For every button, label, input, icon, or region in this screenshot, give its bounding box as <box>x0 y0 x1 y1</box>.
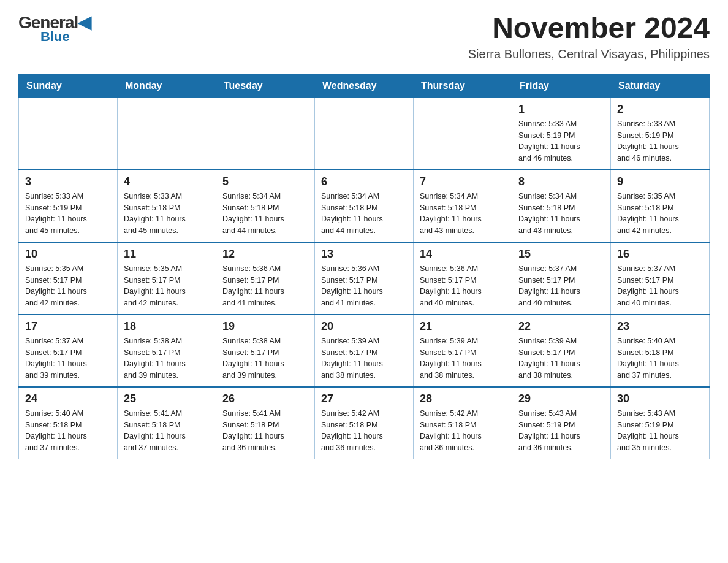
calendar-cell: 6Sunrise: 5:34 AMSunset: 5:18 PMDaylight… <box>315 170 414 242</box>
day-number: 14 <box>420 248 506 261</box>
calendar-cell: 12Sunrise: 5:36 AMSunset: 5:17 PMDayligh… <box>216 242 315 315</box>
day-number: 9 <box>617 175 703 188</box>
sun-info: Sunrise: 5:33 AMSunset: 5:19 PMDaylight:… <box>518 118 604 164</box>
calendar-cell: 4Sunrise: 5:33 AMSunset: 5:18 PMDaylight… <box>118 170 216 242</box>
location-subtitle: Sierra Bullones, Central Visayas, Philip… <box>468 47 710 61</box>
day-number: 28 <box>420 393 506 405</box>
calendar-cell: 11Sunrise: 5:35 AMSunset: 5:17 PMDayligh… <box>118 242 216 315</box>
sun-info: Sunrise: 5:34 AMSunset: 5:18 PMDaylight:… <box>222 191 308 237</box>
day-number: 8 <box>518 175 604 188</box>
sun-info: Sunrise: 5:36 AMSunset: 5:17 PMDaylight:… <box>222 263 308 309</box>
sun-info: Sunrise: 5:34 AMSunset: 5:18 PMDaylight:… <box>420 191 506 237</box>
sun-info: Sunrise: 5:33 AMSunset: 5:18 PMDaylight:… <box>124 191 210 237</box>
sun-info: Sunrise: 5:38 AMSunset: 5:17 PMDaylight:… <box>124 335 210 381</box>
sun-info: Sunrise: 5:37 AMSunset: 5:17 PMDaylight:… <box>617 263 703 309</box>
sun-info: Sunrise: 5:37 AMSunset: 5:17 PMDaylight:… <box>25 335 111 381</box>
sun-info: Sunrise: 5:35 AMSunset: 5:18 PMDaylight:… <box>617 191 703 237</box>
calendar-cell <box>19 98 118 170</box>
calendar-cell: 28Sunrise: 5:42 AMSunset: 5:18 PMDayligh… <box>414 387 512 459</box>
sun-info: Sunrise: 5:40 AMSunset: 5:18 PMDaylight:… <box>617 335 703 381</box>
calendar-cell: 16Sunrise: 5:37 AMSunset: 5:17 PMDayligh… <box>611 242 710 315</box>
calendar-table: SundayMondayTuesdayWednesdayThursdayFrid… <box>18 74 710 459</box>
sun-info: Sunrise: 5:43 AMSunset: 5:19 PMDaylight:… <box>518 408 604 454</box>
calendar-cell: 20Sunrise: 5:39 AMSunset: 5:17 PMDayligh… <box>315 315 414 387</box>
calendar-cell: 1Sunrise: 5:33 AMSunset: 5:19 PMDaylight… <box>512 98 611 170</box>
sun-info: Sunrise: 5:33 AMSunset: 5:19 PMDaylight:… <box>617 118 703 164</box>
day-number: 10 <box>25 248 111 261</box>
day-number: 27 <box>321 393 407 405</box>
day-number: 29 <box>518 393 604 405</box>
header-wednesday: Wednesday <box>315 74 414 98</box>
day-number: 13 <box>321 248 407 261</box>
sun-info: Sunrise: 5:41 AMSunset: 5:18 PMDaylight:… <box>222 408 308 454</box>
sun-info: Sunrise: 5:35 AMSunset: 5:17 PMDaylight:… <box>25 263 111 309</box>
sun-info: Sunrise: 5:43 AMSunset: 5:19 PMDaylight:… <box>617 408 703 454</box>
calendar-cell: 22Sunrise: 5:39 AMSunset: 5:17 PMDayligh… <box>512 315 611 387</box>
sun-info: Sunrise: 5:40 AMSunset: 5:18 PMDaylight:… <box>25 408 111 454</box>
calendar-cell: 21Sunrise: 5:39 AMSunset: 5:17 PMDayligh… <box>414 315 512 387</box>
sun-info: Sunrise: 5:33 AMSunset: 5:19 PMDaylight:… <box>25 191 111 237</box>
sun-info: Sunrise: 5:38 AMSunset: 5:17 PMDaylight:… <box>222 335 308 381</box>
calendar-cell: 14Sunrise: 5:36 AMSunset: 5:17 PMDayligh… <box>414 242 512 315</box>
day-number: 1 <box>518 103 604 116</box>
calendar-cell: 29Sunrise: 5:43 AMSunset: 5:19 PMDayligh… <box>512 387 611 459</box>
calendar-cell: 25Sunrise: 5:41 AMSunset: 5:18 PMDayligh… <box>118 387 216 459</box>
day-number: 5 <box>222 175 308 188</box>
title-section: November 2024 Sierra Bullones, Central V… <box>468 12 710 61</box>
calendar-cell: 5Sunrise: 5:34 AMSunset: 5:18 PMDaylight… <box>216 170 315 242</box>
sun-info: Sunrise: 5:36 AMSunset: 5:17 PMDaylight:… <box>321 263 407 309</box>
calendar-week-row: 17Sunrise: 5:37 AMSunset: 5:17 PMDayligh… <box>19 315 710 387</box>
calendar-cell: 10Sunrise: 5:35 AMSunset: 5:17 PMDayligh… <box>19 242 118 315</box>
sun-info: Sunrise: 5:39 AMSunset: 5:17 PMDaylight:… <box>420 335 506 381</box>
calendar-cell <box>315 98 414 170</box>
calendar-cell: 18Sunrise: 5:38 AMSunset: 5:17 PMDayligh… <box>118 315 216 387</box>
day-number: 11 <box>124 248 210 261</box>
calendar-cell: 15Sunrise: 5:37 AMSunset: 5:17 PMDayligh… <box>512 242 611 315</box>
logo-blue-text: Blue <box>40 29 70 45</box>
page-header: General◀ Blue November 2024 Sierra Bullo… <box>18 12 710 61</box>
calendar-cell: 17Sunrise: 5:37 AMSunset: 5:17 PMDayligh… <box>19 315 118 387</box>
header-thursday: Thursday <box>414 74 512 98</box>
calendar-cell <box>216 98 315 170</box>
logo-triangle-icon: ◀ <box>78 13 91 32</box>
calendar-cell: 19Sunrise: 5:38 AMSunset: 5:17 PMDayligh… <box>216 315 315 387</box>
calendar-week-row: 1Sunrise: 5:33 AMSunset: 5:19 PMDaylight… <box>19 98 710 170</box>
day-number: 26 <box>222 393 308 405</box>
sun-info: Sunrise: 5:42 AMSunset: 5:18 PMDaylight:… <box>420 408 506 454</box>
sun-info: Sunrise: 5:36 AMSunset: 5:17 PMDaylight:… <box>420 263 506 309</box>
calendar-cell: 24Sunrise: 5:40 AMSunset: 5:18 PMDayligh… <box>19 387 118 459</box>
header-saturday: Saturday <box>611 74 710 98</box>
day-number: 12 <box>222 248 308 261</box>
calendar-cell: 8Sunrise: 5:34 AMSunset: 5:18 PMDaylight… <box>512 170 611 242</box>
header-monday: Monday <box>118 74 216 98</box>
calendar-week-row: 24Sunrise: 5:40 AMSunset: 5:18 PMDayligh… <box>19 387 710 459</box>
day-number: 2 <box>617 103 703 116</box>
calendar-cell: 30Sunrise: 5:43 AMSunset: 5:19 PMDayligh… <box>611 387 710 459</box>
calendar-cell: 7Sunrise: 5:34 AMSunset: 5:18 PMDaylight… <box>414 170 512 242</box>
day-number: 15 <box>518 248 604 261</box>
sun-info: Sunrise: 5:35 AMSunset: 5:17 PMDaylight:… <box>124 263 210 309</box>
day-number: 23 <box>617 320 703 333</box>
calendar-cell: 3Sunrise: 5:33 AMSunset: 5:19 PMDaylight… <box>19 170 118 242</box>
day-number: 30 <box>617 393 703 405</box>
day-number: 6 <box>321 175 407 188</box>
day-number: 21 <box>420 320 506 333</box>
day-number: 17 <box>25 320 111 333</box>
sun-info: Sunrise: 5:41 AMSunset: 5:18 PMDaylight:… <box>124 408 210 454</box>
day-number: 19 <box>222 320 308 333</box>
logo: General◀ Blue <box>18 12 91 45</box>
calendar-week-row: 10Sunrise: 5:35 AMSunset: 5:17 PMDayligh… <box>19 242 710 315</box>
calendar-cell: 2Sunrise: 5:33 AMSunset: 5:19 PMDaylight… <box>611 98 710 170</box>
sun-info: Sunrise: 5:34 AMSunset: 5:18 PMDaylight:… <box>321 191 407 237</box>
calendar-header-row: SundayMondayTuesdayWednesdayThursdayFrid… <box>19 74 710 98</box>
day-number: 4 <box>124 175 210 188</box>
header-sunday: Sunday <box>19 74 118 98</box>
day-number: 22 <box>518 320 604 333</box>
day-number: 7 <box>420 175 506 188</box>
day-number: 20 <box>321 320 407 333</box>
calendar-cell: 23Sunrise: 5:40 AMSunset: 5:18 PMDayligh… <box>611 315 710 387</box>
calendar-cell <box>118 98 216 170</box>
sun-info: Sunrise: 5:39 AMSunset: 5:17 PMDaylight:… <box>321 335 407 381</box>
calendar-cell: 27Sunrise: 5:42 AMSunset: 5:18 PMDayligh… <box>315 387 414 459</box>
day-number: 18 <box>124 320 210 333</box>
